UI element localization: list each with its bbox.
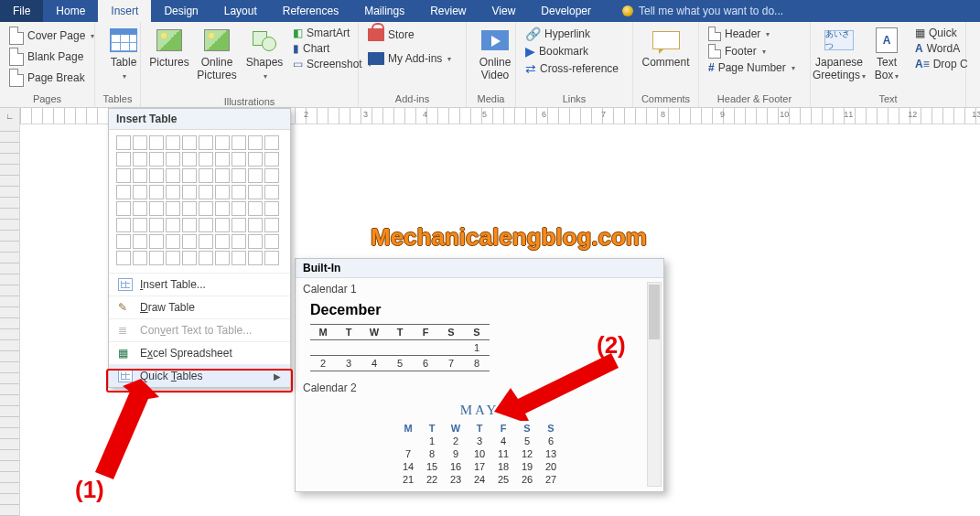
grid-cell[interactable] xyxy=(215,201,230,216)
grid-cell[interactable] xyxy=(199,251,213,265)
table-size-grid[interactable] xyxy=(109,130,290,273)
grid-cell[interactable] xyxy=(248,234,263,249)
grid-cell[interactable] xyxy=(264,234,279,249)
grid-cell[interactable] xyxy=(166,135,180,150)
grid-cell[interactable] xyxy=(215,152,230,167)
grid-cell[interactable] xyxy=(264,185,279,199)
grid-cell[interactable] xyxy=(215,185,230,199)
tab-file[interactable]: File xyxy=(0,0,43,22)
grid-cell[interactable] xyxy=(166,218,180,232)
vertical-ruler[interactable] xyxy=(0,124,20,516)
online-pictures-button[interactable]: Online Pictures▾ xyxy=(194,24,240,94)
grid-cell[interactable] xyxy=(133,135,147,150)
grid-cell[interactable] xyxy=(133,251,147,265)
grid-cell[interactable] xyxy=(199,135,213,150)
grid-cell[interactable] xyxy=(232,135,246,150)
my-addins-button[interactable]: My Add-ins▾ xyxy=(364,51,455,66)
grid-cell[interactable] xyxy=(133,168,147,183)
grid-cell[interactable] xyxy=(182,152,197,167)
menu-insert-table[interactable]: IInsert Table...nsert Table... xyxy=(109,273,290,296)
online-video-button[interactable]: Online Video xyxy=(472,24,518,82)
grid-cell[interactable] xyxy=(248,201,263,216)
grid-cell[interactable] xyxy=(199,201,213,216)
blank-page-button[interactable]: Blank Page xyxy=(5,47,98,67)
grid-cell[interactable] xyxy=(116,168,131,183)
grid-cell[interactable] xyxy=(182,234,197,249)
calendar1-preview[interactable]: December MTWTFSS12345678 xyxy=(296,298,663,379)
grid-cell[interactable] xyxy=(264,135,279,150)
grid-cell[interactable] xyxy=(199,218,213,232)
grid-cell[interactable] xyxy=(182,201,197,216)
grid-cell[interactable] xyxy=(232,185,246,199)
tab-layout[interactable]: Layout xyxy=(211,0,270,22)
grid-cell[interactable] xyxy=(116,152,131,167)
grid-cell[interactable] xyxy=(149,135,164,150)
grid-cell[interactable] xyxy=(264,251,279,265)
store-button[interactable]: Store xyxy=(364,27,455,42)
shapes-button[interactable]: Shapes▾ xyxy=(242,24,287,82)
grid-cell[interactable] xyxy=(133,152,147,167)
grid-cell[interactable] xyxy=(199,234,213,249)
menu-excel-spreadsheet[interactable]: ▦Excel Spreadsheet xyxy=(109,341,290,364)
grid-cell[interactable] xyxy=(215,218,230,232)
grid-cell[interactable] xyxy=(248,168,263,183)
grid-cell[interactable] xyxy=(166,234,180,249)
grid-cell[interactable] xyxy=(248,251,263,265)
grid-cell[interactable] xyxy=(149,251,164,265)
grid-cell[interactable] xyxy=(133,218,147,232)
grid-cell[interactable] xyxy=(248,135,263,150)
grid-cell[interactable] xyxy=(199,168,213,183)
grid-cell[interactable] xyxy=(149,234,164,249)
grid-cell[interactable] xyxy=(232,218,246,232)
bookmark-button[interactable]: ▶Bookmark xyxy=(522,43,622,59)
grid-cell[interactable] xyxy=(116,135,131,150)
grid-cell[interactable] xyxy=(133,234,147,249)
grid-cell[interactable] xyxy=(166,185,180,199)
pictures-button[interactable]: Pictures xyxy=(146,24,192,70)
grid-cell[interactable] xyxy=(264,201,279,216)
japanese-greetings-button[interactable]: あいさつJapanese Greetings▾ xyxy=(816,24,862,82)
menu-quick-tables[interactable]: Quick Tables▶ xyxy=(109,364,290,387)
grid-cell[interactable] xyxy=(182,185,197,199)
grid-cell[interactable] xyxy=(264,152,279,167)
tab-insert[interactable]: Insert xyxy=(98,0,151,22)
tab-developer[interactable]: Developer xyxy=(528,0,604,22)
header-button[interactable]: Header▾ xyxy=(705,26,799,42)
page-number-button[interactable]: #Page Number▾ xyxy=(705,60,799,75)
grid-cell[interactable] xyxy=(182,218,197,232)
grid-cell[interactable] xyxy=(248,152,263,167)
grid-cell[interactable] xyxy=(116,251,131,265)
grid-cell[interactable] xyxy=(248,185,263,199)
page-break-button[interactable]: Page Break xyxy=(5,68,98,88)
drop-cap-button[interactable]: A≡Drop C xyxy=(911,57,972,71)
grid-cell[interactable] xyxy=(166,152,180,167)
grid-cell[interactable] xyxy=(116,218,131,232)
menu-draw-table[interactable]: ✎Draw Table xyxy=(109,296,290,318)
flyout-scrollbar[interactable] xyxy=(647,282,662,487)
grid-cell[interactable] xyxy=(215,251,230,265)
grid-cell[interactable] xyxy=(116,185,131,199)
grid-cell[interactable] xyxy=(166,201,180,216)
tab-review[interactable]: Review xyxy=(417,0,479,22)
tab-design[interactable]: Design xyxy=(151,0,210,22)
grid-cell[interactable] xyxy=(232,152,246,167)
grid-cell[interactable] xyxy=(166,251,180,265)
grid-cell[interactable] xyxy=(232,234,246,249)
tab-mailings[interactable]: Mailings xyxy=(351,0,417,22)
grid-cell[interactable] xyxy=(182,251,197,265)
grid-cell[interactable] xyxy=(264,168,279,183)
grid-cell[interactable] xyxy=(149,218,164,232)
grid-cell[interactable] xyxy=(133,185,147,199)
tab-home[interactable]: Home xyxy=(43,0,98,22)
grid-cell[interactable] xyxy=(215,234,230,249)
comment-button[interactable]: Comment xyxy=(639,24,693,70)
tab-references[interactable]: References xyxy=(270,0,351,22)
grid-cell[interactable] xyxy=(116,234,131,249)
quick-parts-button[interactable]: ▦Quick xyxy=(911,26,972,40)
grid-cell[interactable] xyxy=(232,251,246,265)
cover-page-button[interactable]: Cover Page▾ xyxy=(5,26,98,46)
grid-cell[interactable] xyxy=(149,185,164,199)
grid-cell[interactable] xyxy=(182,168,197,183)
grid-cell[interactable] xyxy=(116,201,131,216)
grid-cell[interactable] xyxy=(166,168,180,183)
